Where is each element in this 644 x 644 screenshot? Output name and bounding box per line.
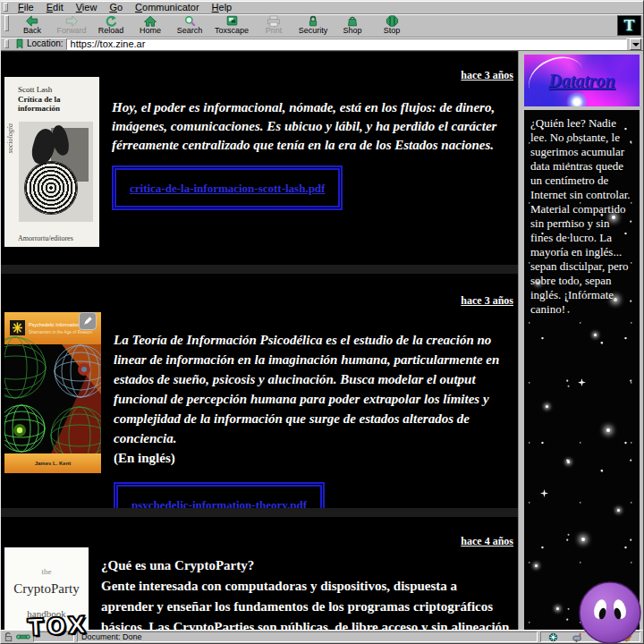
page-content: hace 3 años Scott Lash Crítica de la inf… — [1, 51, 643, 630]
post-paragraph: Hoy, el poder es informacional, nómade, … — [112, 98, 513, 155]
stop-label: Stop — [384, 27, 401, 35]
star-glint — [581, 538, 585, 541]
shop-label: Shop — [343, 27, 361, 35]
print-button[interactable]: Print — [254, 15, 293, 36]
pdf-link-psychedelic[interactable]: psychedelic-information-theory.pdf — [131, 498, 307, 508]
datatron-title-link[interactable]: Datatron — [548, 71, 614, 91]
bookmark-icon[interactable] — [15, 38, 24, 49]
star-glint — [606, 428, 610, 432]
menu-communicator[interactable]: Communicator — [129, 2, 206, 13]
cover-author: Scott Lash — [18, 85, 99, 94]
cover-side-label: sociología — [6, 123, 14, 153]
home-label: Home — [140, 27, 161, 35]
location-label: Location: — [27, 39, 64, 48]
star-glint — [567, 461, 570, 463]
url-dropdown-button[interactable] — [630, 38, 641, 50]
pdf-link-critica[interactable]: critica-de-la-informacion-scott-lash.pdf — [130, 182, 325, 195]
navigator-icon[interactable] — [548, 632, 558, 642]
search-button[interactable]: Search — [170, 15, 209, 36]
star-sparkle — [578, 378, 586, 386]
post-text: La Teoría de Información Psicodélica es … — [101, 312, 518, 508]
location-bar: Location: — [1, 38, 643, 51]
menu-help[interactable]: Help — [206, 2, 239, 13]
toolbar-grip[interactable] — [4, 15, 9, 31]
forward-button[interactable]: Forward — [52, 15, 91, 36]
post-paragraph: La Teoría de Información Psicodélica es … — [114, 330, 513, 448]
post-text: ¿Qué es una CryptoParty? Gente interesad… — [89, 547, 518, 630]
post-paragraph: Gente interesada con computadoras y disp… — [101, 576, 513, 630]
status-message-cell: Document: Done — [77, 631, 538, 642]
cover-title: Crítica de la información — [18, 95, 77, 113]
search-label: Search — [177, 27, 203, 35]
post-critica-informacion: hace 3 años Scott Lash Crítica de la inf… — [1, 52, 518, 265]
tox-logo[interactable]: TOX — [27, 611, 89, 641]
print-label: Print — [266, 27, 283, 35]
back-button[interactable]: Back — [13, 15, 52, 36]
menu-bar: File Edit View Go Communicator Help — [1, 1, 643, 14]
toxscape-button[interactable]: Toxscape — [209, 15, 254, 36]
forward-label: Forward — [56, 27, 86, 35]
back-label: Back — [23, 27, 41, 35]
post-age-link[interactable]: hace 4 años — [461, 535, 513, 548]
url-input[interactable] — [66, 38, 627, 50]
menu-file[interactable]: File — [12, 2, 40, 13]
book-cover-critica[interactable]: Scott Lash Crítica de la información soc… — [4, 77, 99, 247]
menu-view[interactable]: View — [70, 2, 104, 13]
post-psychedelic-information: hace 3 años — [1, 274, 518, 508]
menu-grip[interactable] — [4, 3, 8, 13]
purple-face-sticker[interactable] — [574, 579, 642, 643]
menu-go[interactable]: Go — [103, 2, 129, 13]
star-glint — [594, 334, 597, 336]
location-grip[interactable] — [4, 39, 9, 47]
star-glint — [535, 564, 538, 567]
sidebar-notice-text: ¿Quién lee? Nadie lee. No obstante, le s… — [530, 116, 633, 317]
edit-post-button[interactable] — [79, 312, 97, 330]
cover-publisher: Amorrortu/editores — [18, 234, 73, 242]
navigation-toolbar: Back Forward Reload Home Search — [1, 14, 643, 38]
datatron-banner[interactable]: Datatron — [524, 55, 640, 106]
security-status-icon[interactable] — [4, 631, 13, 642]
status-text: Document: Done — [81, 632, 142, 641]
home-button[interactable]: Home — [131, 15, 170, 36]
browser-window: File Edit View Go Communicator Help Back… — [0, 0, 644, 644]
stop-button[interactable]: Stop — [372, 15, 411, 36]
star-glint — [546, 405, 548, 408]
reload-button[interactable]: Reload — [91, 15, 131, 36]
reload-label: Reload — [98, 27, 124, 35]
pdf-link-box[interactable]: psychedelic-information-theory.pdf — [114, 482, 325, 508]
book-cover-psychedelic[interactable]: Psychedelic Information Theory Shamanism… — [4, 312, 101, 473]
toxscape-label: Toxscape — [215, 27, 249, 35]
security-label: Security — [299, 27, 328, 35]
star-glint — [556, 607, 559, 610]
sidebar: Datatron ¿Quién lee? Nadie lee. No obsta… — [518, 51, 644, 630]
pdf-link-box[interactable]: critica-de-la-informacion-scott-lash.pdf — [112, 165, 343, 210]
post-language-note: (En inglés) — [114, 448, 513, 468]
starfield-panel: ¿Quién lee? Nadie lee. No obstante, le s… — [524, 110, 640, 630]
spiral-graphic — [25, 162, 77, 214]
star-glint — [617, 509, 620, 512]
security-button[interactable]: Security — [293, 15, 333, 36]
menu-edit[interactable]: Edit — [40, 2, 70, 13]
post-text: Hoy, el poder es informacional, nómade, … — [99, 77, 518, 247]
post-question: ¿Qué es una CryptoParty? — [101, 555, 513, 576]
cover-photo — [19, 122, 93, 222]
posts-column: hace 3 años Scott Lash Crítica de la inf… — [1, 51, 518, 630]
cover-line1: the — [4, 567, 89, 576]
post-age-link[interactable]: hace 3 años — [461, 294, 513, 308]
star-sparkle — [540, 489, 548, 497]
cover-subtitle: Shamanism in the Age of Reason — [29, 330, 93, 335]
cover-author: James L. Kent — [35, 461, 72, 466]
status-bar: Document: Done — [1, 630, 643, 643]
post-age-link[interactable]: hace 3 años — [461, 69, 513, 82]
shop-button[interactable]: Shop — [333, 15, 372, 36]
throbber-letter: T — [624, 17, 635, 34]
throbber-logo[interactable]: T — [617, 15, 641, 36]
cover-line2: CryptoParty — [4, 581, 89, 597]
